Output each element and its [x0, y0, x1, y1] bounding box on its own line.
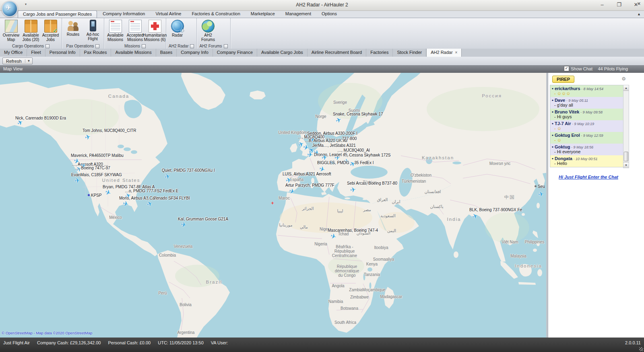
dialog-launcher-icon[interactable] [142, 44, 146, 48]
tab-close-icon[interactable]: × [455, 50, 458, 55]
scroll-down-icon[interactable]: ▼ [623, 162, 629, 168]
plane-label: …, Cessna Skyhawk 172S [343, 153, 390, 157]
map-country-label-argentina: Argentina [178, 330, 195, 335]
city-dot-icon [535, 185, 537, 187]
dialog-launcher-icon[interactable] [95, 44, 99, 48]
resize-grip-icon[interactable] [639, 347, 643, 351]
map-city-kpsp: KPSP [88, 193, 102, 198]
group-label-text: AH2 Forums [199, 44, 222, 48]
doc-tab-fleet[interactable]: Fleet [27, 49, 45, 57]
ribbon-group-cargo-operations: Overview MapAvailable Jobs (20)Accepted … [0, 18, 62, 49]
chat-message-header: • TJ-7 Air - 9 May 10:19 [552, 121, 621, 126]
dialog-launcher-icon[interactable] [45, 44, 50, 48]
doc-tab-stock-finder[interactable]: Stock Finder [393, 49, 426, 57]
minimize-button[interactable]: – [597, 1, 608, 9]
plane-label: Quiet, PMDG 737-600NGXu I [162, 168, 215, 173]
map-country-label-tanzania: Tanzania [364, 272, 380, 277]
ribbon-tab-cargo-jobs-and-passenger-routes[interactable]: Cargo Jobs and Passenger Routes [18, 10, 97, 18]
plane-label: BLK, Boeing 737-900NGX Fe [469, 208, 522, 212]
refresh-dropdown-icon[interactable]: ▼ [25, 59, 33, 63]
chat-message-text: - Hello [552, 161, 621, 166]
ribbon-tab-virtual-airline[interactable]: Virtual Airline [151, 10, 186, 18]
map-attribution[interactable]: © OpenStreetMap - Map data ©2020 OpenStr… [2, 331, 92, 335]
chat-message-header: • Goktug - 9 May 18:56 [552, 144, 621, 149]
ribbon-button-label: Accepted Jobs [42, 33, 59, 42]
map-country-label-malaysia: Malaysia [510, 254, 526, 258]
doc-tab-pax-routes[interactable]: Pax Routes [80, 49, 111, 57]
ribbon-button-accepted-jobs[interactable]: Accepted Jobs [41, 18, 60, 42]
doc-tab-factories[interactable]: Factories [366, 49, 393, 57]
plane-icon: ✈ [471, 212, 479, 222]
ribbon-button-label: Accepted Missions [127, 33, 144, 42]
doc-tab-personal-info[interactable]: Personal Info [45, 49, 80, 57]
ribbon-group-label: Pax Operations [62, 43, 104, 49]
map-country-label-namibia: Namibia [328, 299, 343, 304]
refresh-button[interactable]: Refresh ▼ [2, 58, 33, 64]
ribbon-button-humanitarian-missions-6[interactable]: Humanitarian Missions (6) [145, 18, 165, 42]
doc-tab-my-office[interactable]: My Office [0, 49, 27, 57]
ribbon-tab-marketplace[interactable]: Marketplace [246, 10, 280, 18]
doc-tab-company-info[interactable]: Company Info [177, 49, 213, 57]
ribbon-button-overview-map[interactable]: Overview Map [1, 18, 21, 42]
plane-icon: ✈ [334, 115, 343, 126]
ribbon-button-accepted-missions[interactable]: Accepted Missions [125, 18, 145, 42]
quick-access-caret-icon[interactable]: ▾ [25, 2, 27, 6]
scrollbar-thumb[interactable] [624, 152, 628, 161]
map-country-label-itoobiya: Itoobiya [374, 245, 388, 250]
chat-message-header: • Goktug Erol - 9 May 12:59 [552, 133, 621, 138]
ribbon-group-buttons: AH2 Forums [197, 18, 230, 43]
ribbon-button-radar[interactable]: Radar [167, 18, 187, 38]
map-country-label-zimbabwe: Zimbabwe [350, 295, 369, 299]
map-country-label-botswana: Botswana [341, 306, 358, 311]
doc-tab-airline-recruitment-board[interactable]: Airline Recruitment Board [308, 49, 366, 57]
map-country-label-nigeria: Nigeria [314, 242, 327, 246]
doc-tab-available-cargo-jobs[interactable]: Available Cargo Jobs [257, 49, 308, 57]
chat-scrollbar[interactable]: ▲ ▼ [623, 85, 629, 168]
chat-settings-icon[interactable]: ⚙ [621, 76, 626, 82]
app-logo-icon[interactable] [2, 1, 18, 17]
ribbon-button-label: Humanitarian Missions (6) [143, 33, 167, 42]
map-country-label-vi-t-nam: Việt Nam [502, 240, 518, 244]
ribbon-button-ah2-forums[interactable]: AH2 Forums [198, 18, 218, 42]
chat-message-header: • Dongata - 10 May 00:51 [552, 156, 621, 161]
collapse-ribbon-icon[interactable]: ▲ [637, 12, 641, 16]
plane-label: Snake, Cessna Skyhawk 17 [333, 112, 383, 116]
ribbon-button-ad-hoc-flight[interactable]: Ad-hoc Flight [83, 18, 103, 41]
close-tab-button[interactable]: ✕ [637, 1, 641, 6]
ribbon-button-available-jobs-20[interactable]: Available Jobs (20) [21, 18, 41, 42]
ribbon-group-label: Missions [104, 43, 166, 49]
doc-tab-available-missions[interactable]: Available Missions [111, 49, 156, 57]
list-icon [109, 20, 122, 33]
ribbon-tab-options[interactable]: Options [317, 10, 342, 18]
status-item-company-cash: Company Cash: £29,126,342.00 [37, 340, 101, 345]
map-country-label-item: مالي [300, 225, 308, 229]
scroll-up-icon[interactable]: ▲ [623, 85, 629, 91]
plane-icon: ✈ [163, 172, 171, 181]
world-map[interactable]: CanadaUnited StatesMéxicoVenezuelaColomb… [0, 73, 546, 338]
doc-tab-ah2-radar[interactable]: AH2 Radar× [426, 49, 462, 57]
show-chat-checkbox[interactable]: ✓ Show Chat [564, 66, 592, 71]
map-icon [5, 20, 18, 33]
doc-tab-company-finance[interactable]: Company Finance [213, 49, 257, 57]
ribbon-tab-company-information[interactable]: Company Information [98, 10, 150, 18]
enter-chat-link[interactable]: Hi Just Flight Enter the Chat [548, 175, 629, 179]
ribbon-group-ah2-radar: RadarAH2 Radar [166, 18, 197, 49]
map-country-label-norge: Norge [315, 114, 326, 119]
plane-icon: ✈ [329, 232, 337, 241]
ribbon-button-available-missions[interactable]: Available Missions [105, 18, 125, 42]
plane-icon: ✈ [288, 187, 296, 197]
pirep-button[interactable]: PIREP [552, 76, 574, 83]
ribbon-button-routes[interactable]: Routes [63, 18, 83, 37]
checkbox-check-icon[interactable]: ✓ [564, 66, 569, 71]
dialog-launcher-icon[interactable] [224, 44, 228, 48]
chat-message-text: - g'day all [552, 103, 621, 107]
list-check-icon [129, 20, 142, 33]
ribbon-tab-management[interactable]: Management [281, 10, 316, 18]
dialog-launcher-icon[interactable] [190, 44, 194, 48]
map-country-label-b-afr-ka: Bêafrîka - République Centrafricaine [332, 245, 357, 258]
doc-tab-bases[interactable]: Bases [156, 49, 177, 57]
package-check-icon [44, 20, 57, 33]
ribbon-tab-factories-construction[interactable]: Factories & Construction [187, 10, 245, 18]
maximize-button[interactable]: ❐ [613, 1, 625, 9]
app-window: AH2 Radar - AirHauler 2 – ❐ ✕ ▾ Cargo Jo… [0, 0, 644, 352]
